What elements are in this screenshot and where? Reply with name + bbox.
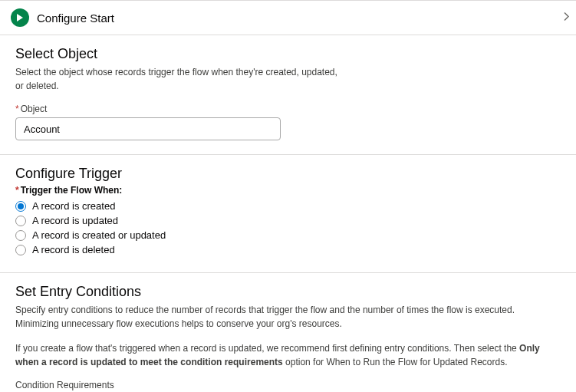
svg-marker-0	[17, 14, 23, 21]
radio-icon	[15, 201, 26, 212]
play-icon	[11, 8, 29, 27]
configure-trigger-title: Configure Trigger	[15, 166, 561, 182]
radio-label: A record is deleted	[32, 244, 115, 255]
radio-record-created-or-updated[interactable]: A record is created or updated	[15, 229, 561, 241]
radio-label: A record is created or updated	[32, 229, 166, 241]
select-object-desc: Select the object whose records trigger …	[15, 65, 337, 93]
page-title: Configure Start	[37, 12, 114, 25]
entry-conditions-title: Set Entry Conditions	[15, 284, 561, 300]
radio-record-deleted[interactable]: A record is deleted	[15, 244, 561, 255]
radio-icon	[15, 245, 26, 255]
entry-conditions-desc2: If you create a flow that's triggered wh…	[15, 341, 561, 369]
object-input[interactable]	[15, 117, 281, 140]
trigger-radio-group: A record is created A record is updated …	[15, 200, 561, 255]
entry-conditions-desc1: Specify entry conditions to reduce the n…	[15, 303, 561, 331]
object-label: Object	[15, 104, 561, 114]
chevron-right-icon[interactable]	[564, 12, 570, 24]
configure-trigger-section: Configure Trigger Trigger the Flow When:…	[0, 155, 576, 273]
radio-icon	[15, 230, 26, 241]
header-bar: Configure Start	[0, 1, 576, 35]
entry-conditions-section: Set Entry Conditions Specify entry condi…	[0, 273, 576, 392]
radio-record-created[interactable]: A record is created	[15, 200, 561, 212]
select-object-section: Select Object Select the object whose re…	[0, 35, 576, 155]
radio-label: A record is updated	[32, 215, 118, 226]
radio-record-updated[interactable]: A record is updated	[15, 215, 561, 226]
condition-requirements-label: Condition Requirements	[15, 380, 561, 390]
radio-label: A record is created	[32, 200, 115, 212]
select-object-title: Select Object	[15, 46, 561, 62]
radio-icon	[15, 216, 26, 226]
trigger-label: Trigger the Flow When:	[15, 185, 561, 196]
